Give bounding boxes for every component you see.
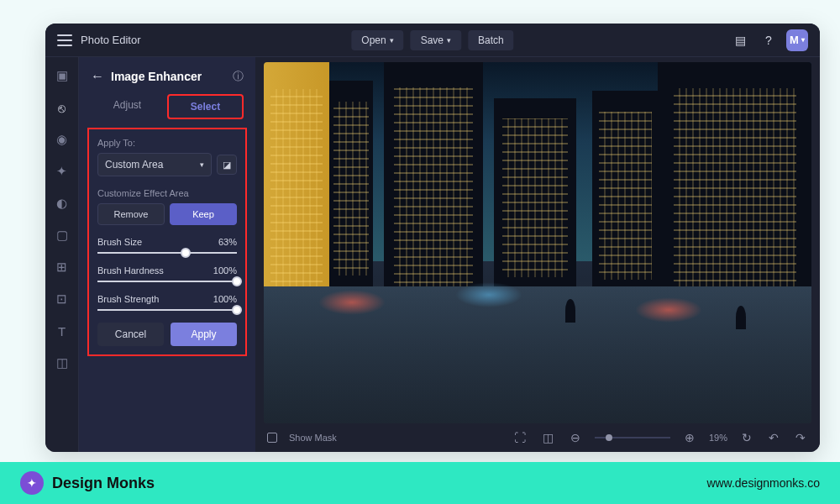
chevron-down-icon: ▾ xyxy=(801,36,805,44)
apply-button[interactable]: Apply xyxy=(171,323,237,346)
open-button[interactable]: Open▾ xyxy=(351,30,403,50)
app-title: Photo Editor xyxy=(81,34,141,46)
keep-button[interactable]: Keep xyxy=(170,203,237,225)
help-icon[interactable]: ? xyxy=(758,29,780,51)
brush-hardness-slider: Brush Hardness 100% xyxy=(97,265,237,282)
brand-logo-icon: ✦ xyxy=(20,471,44,495)
tab-select[interactable]: Select xyxy=(167,94,244,119)
action-row: Cancel Apply xyxy=(97,323,237,346)
adjust-tool-icon[interactable]: ⎋ xyxy=(52,97,72,118)
brand-url: www.designmonks.co xyxy=(706,476,820,490)
panel-header: ← Image Enhancer ⓘ xyxy=(79,69,255,94)
effect-area-segment: Remove Keep xyxy=(97,203,237,225)
canvas-footer: Show Mask ⛶ ◫ ⊖ ⊕ 19% ↻ ↶ ↷ xyxy=(255,423,820,452)
topbar-center: Open▾ Save▾ Batch xyxy=(351,30,513,50)
brush-size-value: 63% xyxy=(218,237,237,247)
chevron-down-icon: ▾ xyxy=(447,36,451,45)
redo-icon[interactable]: ↷ xyxy=(793,431,808,444)
tab-row: Adjust Select xyxy=(79,94,255,119)
canvas-image xyxy=(264,62,811,423)
brush-size-track[interactable] xyxy=(97,252,237,254)
branding-bar: ✦ Design Monks www.designmonks.co xyxy=(0,462,840,504)
avatar[interactable]: M▾ xyxy=(786,29,808,51)
highlight-box: Apply To: Custom Area ▾ ◪ Customize Effe… xyxy=(87,128,247,356)
chevron-down-icon: ▾ xyxy=(200,160,204,169)
info-icon[interactable]: ⓘ xyxy=(233,69,244,84)
remove-button[interactable]: Remove xyxy=(97,203,165,225)
batch-button[interactable]: Batch xyxy=(468,30,514,50)
brush-hardness-track[interactable] xyxy=(97,281,237,282)
zoom-value: 19% xyxy=(709,433,727,443)
fullscreen-icon[interactable]: ⛶ xyxy=(512,431,528,444)
tab-adjust[interactable]: Adjust xyxy=(91,94,164,119)
customize-label: Customize Effect Area xyxy=(97,188,237,198)
brand-name: Design Monks xyxy=(52,475,155,492)
zoom-slider[interactable] xyxy=(595,437,670,438)
apply-to-label: Apply To: xyxy=(97,138,237,148)
menu-icon[interactable] xyxy=(57,34,72,46)
tool-rail: ▣ ⎋ ◉ ✦ ◐ ▢ ⊞ ⊡ T ◫ xyxy=(45,57,79,452)
elements-tool-icon[interactable]: ⊞ xyxy=(52,257,72,277)
cancel-button[interactable]: Cancel xyxy=(97,323,164,346)
zoom-in-icon[interactable]: ⊕ xyxy=(682,431,697,444)
brush-strength-track[interactable] xyxy=(97,309,237,311)
reset-icon[interactable]: ↻ xyxy=(739,431,754,444)
side-panel: ← Image Enhancer ⓘ Adjust Select Apply T… xyxy=(79,57,255,452)
show-mask-label: Show Mask xyxy=(289,433,337,443)
image-tool-icon[interactable]: ▣ xyxy=(52,66,72,86)
apply-to-row: Custom Area ▾ ◪ xyxy=(97,153,237,176)
back-arrow-icon[interactable]: ← xyxy=(91,69,104,84)
brush-strength-value: 100% xyxy=(213,294,237,304)
brush-size-label: Brush Size xyxy=(97,237,142,247)
main-area: ▣ ⎋ ◉ ✦ ◐ ▢ ⊞ ⊡ T ◫ ← Image Enhancer ⓘ A… xyxy=(45,57,820,452)
zoom-out-icon[interactable]: ⊖ xyxy=(568,431,583,444)
apply-to-dropdown[interactable]: Custom Area ▾ xyxy=(97,153,212,176)
sparkle-tool-icon[interactable]: ✦ xyxy=(52,161,72,181)
crop-tool-icon[interactable]: ⊡ xyxy=(52,289,72,309)
palette-tool-icon[interactable]: ◐ xyxy=(52,193,72,213)
brush-hardness-value: 100% xyxy=(213,265,237,276)
frame-tool-icon[interactable]: ▢ xyxy=(52,225,72,245)
panel-title: Image Enhancer xyxy=(111,70,226,83)
topbar-right: ▤ ? M▾ xyxy=(729,29,808,51)
brush-strength-slider: Brush Strength 100% xyxy=(97,294,237,311)
canvas-area: Show Mask ⛶ ◫ ⊖ ⊕ 19% ↻ ↶ ↷ xyxy=(255,57,820,452)
save-button[interactable]: Save▾ xyxy=(411,30,461,50)
brush-hardness-label: Brush Hardness xyxy=(97,265,164,276)
undo-icon[interactable]: ↶ xyxy=(766,431,781,444)
chevron-down-icon: ▾ xyxy=(390,36,394,45)
app-window: Photo Editor Open▾ Save▾ Batch ▤ ? M▾ ▣ … xyxy=(45,24,820,452)
topbar: Photo Editor Open▾ Save▾ Batch ▤ ? M▾ xyxy=(45,24,820,57)
feedback-icon[interactable]: ▤ xyxy=(729,29,751,51)
brush-strength-label: Brush Strength xyxy=(97,294,159,304)
text-tool-icon[interactable]: T xyxy=(52,321,72,341)
layers-tool-icon[interactable]: ◫ xyxy=(52,353,72,373)
show-mask-checkbox[interactable] xyxy=(267,433,277,443)
mask-preview-icon[interactable]: ◪ xyxy=(217,155,237,175)
brush-size-slider: Brush Size 63% xyxy=(97,237,237,254)
eye-tool-icon[interactable]: ◉ xyxy=(52,129,72,150)
compare-icon[interactable]: ◫ xyxy=(540,431,556,444)
canvas[interactable] xyxy=(264,62,811,423)
